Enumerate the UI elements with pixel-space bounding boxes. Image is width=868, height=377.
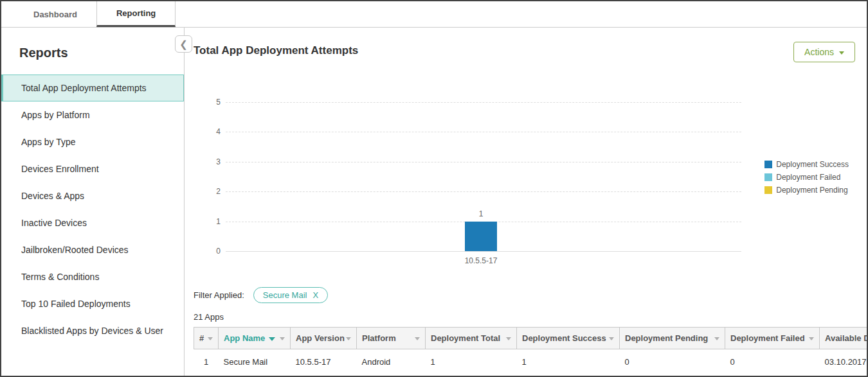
y-axis-tick: 0 (204, 247, 221, 256)
col-header-platform[interactable]: Platform (357, 328, 426, 349)
filter-applied-label: Filter Applied: (194, 290, 244, 300)
cell-available-date: 03.10.2017 08:32:28 (820, 349, 867, 377)
chevron-down-icon (346, 337, 351, 340)
sidebar-item-apps-by-platform[interactable]: Apps by Platform (1, 101, 184, 128)
sidebar-item-total-app-deployment-attempts[interactable]: Total App Deployment Attempts (1, 75, 184, 101)
main-header: Total App Deployment Attempts Actions (194, 42, 867, 64)
filter-chip-label: Secure Mail (263, 290, 307, 300)
col-header-label: # (199, 333, 204, 343)
actions-button[interactable]: Actions (793, 42, 855, 62)
col-header-label: Deployment Total (431, 333, 500, 343)
top-tab-bar: Dashboard Reporting (1, 1, 867, 28)
chevron-down-icon (415, 337, 420, 340)
col-header-label: Deployment Failed (730, 333, 805, 343)
filter-row: Filter Applied: Secure Mail X (194, 287, 867, 303)
filter-funnel-icon (269, 337, 275, 341)
bar-value-label: 1 (465, 209, 497, 218)
cell-platform: Android (357, 349, 426, 377)
col-header-deployment-pending[interactable]: Deployment Pending (620, 328, 725, 349)
legend-swatch-success (764, 161, 772, 168)
apps-table-container: # App Name App Version (194, 327, 867, 377)
cell-index: 1 (194, 349, 219, 377)
bar-deployment-success[interactable]: 1 (465, 222, 497, 251)
cell-deployment-failed: 0 (725, 349, 820, 377)
chart-plot-area: 5 4 3 2 1 0 1 10.5.5-17 (226, 102, 741, 252)
col-header-label: App Name (224, 333, 265, 343)
col-header-label: Deployment Pending (625, 333, 708, 343)
legend-item-deployment-pending: Deployment Pending (764, 186, 849, 195)
sidebar-item-blacklisted-apps-by-devices-and-user[interactable]: Blacklisted Apps by Devices & User (1, 317, 184, 344)
legend-label: Deployment Pending (776, 186, 847, 195)
y-axis-tick: 4 (204, 127, 221, 136)
sidebar-item-devices-and-apps[interactable]: Devices & Apps (1, 182, 184, 209)
apps-table: # App Name App Version (194, 327, 867, 377)
cell-deployment-pending: 0 (620, 349, 725, 377)
chevron-down-icon (208, 337, 213, 340)
app-body: ❮ Reports Total App Deployment Attempts … (1, 28, 867, 377)
table-row[interactable]: 1 Secure Mail 10.5.5-17 Android 1 1 0 0 … (194, 349, 867, 377)
sidebar-item-inactive-devices[interactable]: Inactive Devices (1, 209, 184, 236)
legend-swatch-failed (764, 173, 772, 181)
cell-app-version: 10.5.5-17 (291, 349, 357, 377)
chevron-down-icon (609, 337, 614, 340)
gridline (226, 132, 741, 132)
legend-item-deployment-failed: Deployment Failed (764, 173, 849, 182)
chevron-down-icon (506, 337, 511, 340)
table-header-row: # App Name App Version (194, 328, 867, 349)
sidebar-item-jailbroken-rooted-devices[interactable]: Jailbroken/Rooted Devices (1, 236, 184, 263)
filter-chip-close-icon[interactable]: X (312, 290, 318, 300)
tab-dashboard[interactable]: Dashboard (14, 1, 96, 27)
sidebar-item-apps-by-type[interactable]: Apps by Type (1, 128, 184, 155)
chart-legend: Deployment Success Deployment Failed Dep… (764, 160, 849, 198)
sidebar-item-terms-and-conditions[interactable]: Terms & Conditions (1, 263, 184, 290)
chevron-left-icon: ❮ (179, 39, 188, 50)
col-header-app-name[interactable]: App Name (219, 328, 291, 349)
sidebar-item-devices-enrollment[interactable]: Devices Enrollment (1, 155, 184, 182)
filter-chip[interactable]: Secure Mail X (253, 287, 328, 303)
y-axis-tick: 1 (204, 217, 221, 226)
sidebar-title: Reports (1, 46, 184, 75)
cell-deployment-total: 1 (426, 349, 517, 377)
chevron-down-icon (280, 337, 285, 340)
col-header-label: App Version (296, 333, 345, 343)
actions-button-label: Actions (804, 47, 834, 57)
main-content: Total App Deployment Attempts Actions 5 … (185, 28, 867, 377)
legend-label: Deployment Failed (776, 173, 840, 182)
col-header-available-date[interactable]: Available D (820, 328, 867, 349)
col-header-app-version[interactable]: App Version (291, 328, 357, 349)
legend-item-deployment-success: Deployment Success (764, 160, 849, 169)
sidebar-collapse-button[interactable]: ❮ (175, 35, 192, 53)
col-header-index[interactable]: # (194, 328, 219, 349)
chevron-down-icon (809, 337, 814, 340)
apps-count: 21 Apps (194, 312, 867, 322)
y-axis-tick: 5 (204, 98, 221, 107)
col-header-deployment-total[interactable]: Deployment Total (426, 328, 517, 349)
x-axis-tick: 10.5.5-17 (442, 256, 520, 265)
app-window: Dashboard Reporting ❮ Reports Total App … (0, 0, 868, 377)
legend-swatch-pending (764, 186, 772, 194)
gridline (226, 162, 741, 162)
y-axis-tick: 2 (204, 187, 221, 196)
page-title: Total App Deployment Attempts (194, 42, 358, 57)
caret-down-icon (839, 51, 844, 55)
gridline (226, 191, 741, 192)
cell-deployment-success: 1 (517, 349, 620, 377)
tab-reporting[interactable]: Reporting (96, 1, 176, 27)
sidebar: ❮ Reports Total App Deployment Attempts … (1, 28, 185, 377)
legend-label: Deployment Success (776, 160, 849, 169)
col-header-label: Deployment Success (522, 333, 606, 343)
col-header-deployment-failed[interactable]: Deployment Failed (725, 328, 820, 349)
col-header-label: Available D (825, 333, 867, 343)
sidebar-item-top-10-failed-deployments[interactable]: Top 10 Failed Deployments (1, 290, 184, 317)
gridline (226, 102, 741, 103)
col-header-label: Platform (362, 333, 396, 343)
y-axis-tick: 3 (204, 157, 221, 166)
cell-app-name: Secure Mail (219, 349, 291, 377)
col-header-deployment-success[interactable]: Deployment Success (517, 328, 620, 349)
chevron-down-icon (714, 337, 719, 340)
bar-chart: 5 4 3 2 1 0 1 10.5.5-17 Deployment Succe… (194, 85, 867, 273)
